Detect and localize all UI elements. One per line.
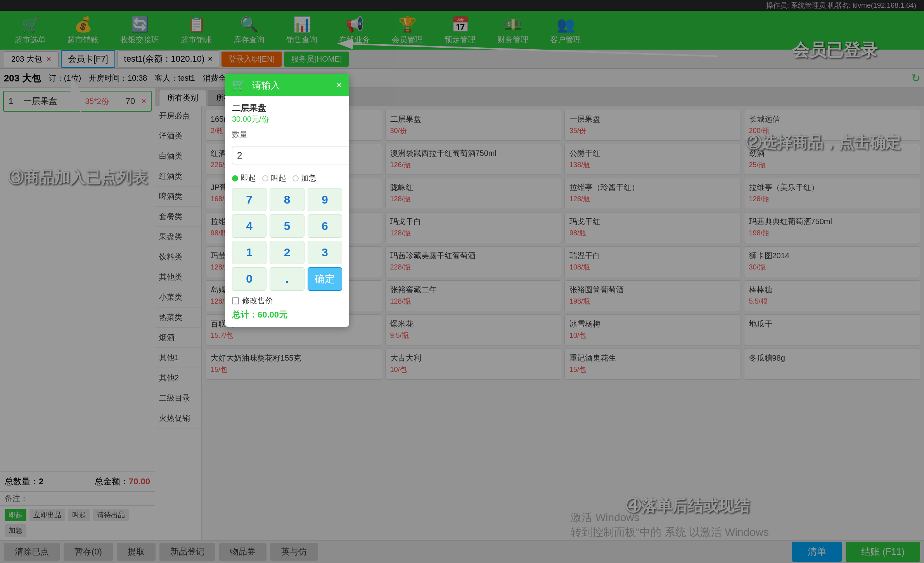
modal-input-row: 退格 xyxy=(232,142,342,169)
quantity-modal: 🛒 请输入 × 二层果盘 30.00元/份 数量 退格 即起 叫起 xyxy=(225,74,349,327)
cart-icon: 🛒 xyxy=(232,79,246,91)
num-btn-1[interactable]: 1 xyxy=(232,241,266,264)
radio-callup[interactable]: 叫起 xyxy=(262,173,286,183)
num-btn-8[interactable]: 8 xyxy=(270,188,304,211)
numpad: 7 8 9 4 5 6 1 2 3 0 . 确定 xyxy=(232,188,342,291)
num-btn-3[interactable]: 3 xyxy=(308,241,342,264)
modal-radio-row: 即起 叫起 加急 xyxy=(232,173,342,183)
num-btn-7[interactable]: 7 xyxy=(232,188,266,211)
num-btn-9[interactable]: 9 xyxy=(308,188,342,211)
modal-product-name: 二层果盘 xyxy=(232,102,342,114)
modal-overlay: 🛒 请输入 × 二层果盘 30.00元/份 数量 退格 即起 叫起 xyxy=(0,0,924,563)
radio-urgent[interactable]: 加急 xyxy=(292,173,317,183)
num-btn-5[interactable]: 5 xyxy=(270,214,304,238)
quantity-input[interactable] xyxy=(232,147,349,164)
modal-qty-label: 数量 xyxy=(232,129,342,140)
modal-body: 二层果盘 30.00元/份 数量 退格 即起 叫起 加急 xyxy=(225,96,349,327)
radio-label-immediate: 即起 xyxy=(241,173,256,183)
radio-dot-callup xyxy=(262,175,268,181)
radio-dot-urgent xyxy=(292,175,299,181)
num-btn-6[interactable]: 6 xyxy=(308,214,342,238)
num-btn-4[interactable]: 4 xyxy=(232,214,266,238)
radio-label-callup: 叫起 xyxy=(271,173,286,183)
radio-immediate[interactable]: 即起 xyxy=(232,173,256,183)
modal-header: 🛒 请输入 × xyxy=(225,74,349,96)
modal-title: 请输入 xyxy=(252,80,280,90)
num-btn-dot[interactable]: . xyxy=(270,267,304,291)
num-btn-0[interactable]: 0 xyxy=(232,267,266,291)
num-btn-2[interactable]: 2 xyxy=(270,241,304,264)
modal-checkbox-row: 修改售价 xyxy=(232,295,342,306)
modify-price-checkbox[interactable] xyxy=(232,297,239,304)
modal-close-button[interactable]: × xyxy=(336,79,342,91)
modal-product-price: 30.00元/份 xyxy=(232,114,342,124)
modal-total: 总计：60.00元 xyxy=(232,309,342,321)
radio-label-urgent: 加急 xyxy=(301,173,317,183)
confirm-button[interactable]: 确定 xyxy=(308,267,342,291)
modify-price-label: 修改售价 xyxy=(242,295,273,306)
radio-dot-immediate xyxy=(232,175,238,181)
